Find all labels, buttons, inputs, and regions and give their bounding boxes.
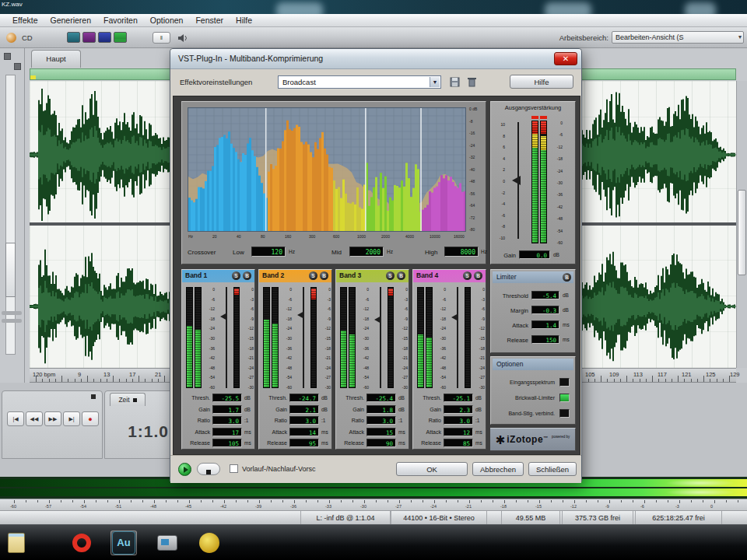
band-gain-value[interactable]: 1.7 [212, 405, 242, 414]
panel-menu-icon[interactable] [133, 398, 137, 402]
tab-haupt[interactable]: Haupt [31, 50, 81, 68]
band-ratio-value[interactable]: 3.0 [444, 416, 473, 425]
vertical-scrollbar[interactable] [736, 81, 747, 368]
band-thresh-value[interactable]: -25.5 [212, 394, 242, 402]
limiter-value[interactable]: -5.4 [531, 291, 559, 299]
limiter-value[interactable]: 150 [531, 335, 559, 344]
meter-scale-label: -24 [430, 504, 437, 509]
spectrum-plot[interactable] [188, 107, 466, 232]
limiter-bypass-button[interactable]: B [563, 273, 571, 282]
band-thresh-value[interactable]: -25.4 [366, 394, 396, 402]
band-solo-button[interactable]: S [386, 271, 395, 280]
output-gain-thumb[interactable] [512, 176, 521, 185]
band-threshold-thumb[interactable] [374, 316, 381, 324]
delete-preset-icon[interactable] [466, 76, 478, 88]
taskbar-item-notes[interactable] [3, 530, 30, 555]
waveform-view-button[interactable] [67, 32, 80, 43]
menu-item-hilfe[interactable]: Hilfe [230, 16, 258, 25]
panel-scrollbar-thumb[interactable] [5, 243, 16, 297]
band-gain-value[interactable]: 2.3 [444, 405, 473, 414]
menu-item-favoriten[interactable]: Favoriten [97, 16, 144, 25]
menu-item-effekte[interactable]: Effekte [6, 16, 44, 25]
band-release-value[interactable]: 85 [444, 439, 473, 447]
ok-button[interactable]: OK [396, 462, 468, 476]
help-button[interactable]: Hilfe [510, 75, 573, 89]
preview-play-button[interactable] [178, 463, 191, 476]
band-attack-value[interactable]: 15 [366, 428, 396, 436]
dialog-titlebar[interactable]: VST-Plug-In - Multiband-Komprimierung [170, 49, 581, 69]
panel-icon[interactable] [14, 63, 21, 70]
band-bypass-button[interactable]: B [320, 271, 328, 280]
band-ratio-value[interactable]: 3.0 [366, 416, 396, 425]
crossover-mid-value[interactable]: 2000 [349, 247, 384, 257]
vertical-scrollbar-thumb[interactable] [738, 190, 746, 275]
band-attack-value[interactable]: 17 [212, 428, 242, 436]
band-release-value[interactable]: 90 [366, 439, 396, 447]
rewind-button[interactable]: ◀◀ [26, 411, 43, 426]
preview-stop-button[interactable] [197, 463, 220, 475]
option-checkbox[interactable] [559, 378, 570, 387]
band-threshold-slider[interactable] [226, 287, 227, 388]
record-mode-icon[interactable] [6, 33, 16, 43]
panel-menu-icon[interactable] [91, 394, 96, 399]
crossover-low-value[interactable]: 120 [251, 247, 286, 257]
skip-end-button[interactable]: ▶| [63, 411, 80, 426]
skip-start-button[interactable]: |◀ [7, 411, 24, 426]
pan-view-button[interactable] [98, 32, 111, 43]
panel-icon[interactable] [4, 53, 11, 60]
band-gain-value[interactable]: 1.8 [366, 405, 396, 414]
band-threshold-thumb[interactable] [220, 313, 227, 320]
band-gain-value[interactable]: 2.1 [289, 405, 319, 414]
phase-view-button[interactable] [114, 32, 127, 43]
taskbar-item-audition[interactable]: Au [110, 530, 137, 555]
band-bypass-button[interactable]: B [243, 271, 251, 280]
band-bypass-button[interactable]: B [397, 271, 405, 280]
record-button[interactable]: ● [82, 411, 99, 426]
meter-tick [446, 500, 447, 502]
limiter-value[interactable]: -0.3 [531, 306, 559, 314]
preview-checkbox[interactable] [230, 464, 238, 473]
option-checkbox[interactable] [559, 394, 570, 402]
band-ratio-value[interactable]: 3.0 [212, 416, 242, 425]
band-threshold-slider[interactable] [457, 287, 458, 388]
crossover-high-value[interactable]: 8000 [444, 247, 479, 257]
clip-led-right[interactable] [540, 116, 547, 119]
taskbar-item-filezilla[interactable] [196, 530, 223, 555]
band-attack-value[interactable]: 12 [444, 428, 473, 436]
band-ratio-value[interactable]: 3.0 [289, 416, 319, 425]
menu-item-fenster[interactable]: Fenster [189, 16, 230, 25]
fast-forward-button[interactable]: ▶▶ [44, 411, 61, 426]
output-gain-value[interactable]: 0.0 [519, 250, 550, 259]
band-thresh-value[interactable]: -25.1 [444, 394, 473, 402]
taskbar-item-opera[interactable] [68, 530, 95, 555]
workspace-dropdown[interactable]: Bearbeiten-Ansicht (S [612, 31, 744, 44]
band-release-value[interactable]: 105 [212, 439, 242, 447]
band-threshold-slider[interactable] [303, 287, 304, 388]
band-threshold-thumb[interactable] [451, 313, 458, 321]
band-solo-button[interactable]: S [232, 271, 240, 280]
speaker-icon[interactable] [177, 33, 188, 43]
save-preset-icon[interactable] [449, 76, 461, 88]
band-threshold-thumb[interactable] [297, 311, 304, 319]
band-thresh-value[interactable]: -24.7 [289, 394, 319, 402]
close-icon[interactable]: ✕ [554, 52, 577, 65]
band-threshold-slider[interactable] [380, 287, 381, 388]
cancel-button[interactable]: Abbrechen [472, 462, 524, 476]
marker-tool-button[interactable]: ‖ [153, 32, 170, 44]
preset-dropdown[interactable]: Broadcast▼ [278, 75, 441, 89]
clip-led-left[interactable] [531, 116, 538, 119]
limiter-value[interactable]: 1.4 [531, 320, 559, 329]
band-attack-value[interactable]: 14 [289, 428, 319, 436]
spectral-view-button[interactable] [82, 32, 96, 43]
tab-zeit[interactable]: Zeit [110, 393, 146, 406]
band-solo-button[interactable]: S [463, 271, 472, 280]
option-checkbox[interactable] [559, 409, 570, 418]
band-solo-button[interactable]: S [309, 271, 317, 280]
powered-by-label: powered by [552, 435, 570, 439]
band-release-value[interactable]: 95 [289, 439, 319, 447]
menu-item-generieren[interactable]: Generieren [44, 16, 98, 25]
close-button[interactable]: Schließen [528, 462, 577, 476]
band-bypass-button[interactable]: B [474, 271, 482, 280]
menu-item-optionen[interactable]: Optionen [144, 16, 190, 25]
taskbar-item-devices[interactable] [154, 530, 181, 555]
